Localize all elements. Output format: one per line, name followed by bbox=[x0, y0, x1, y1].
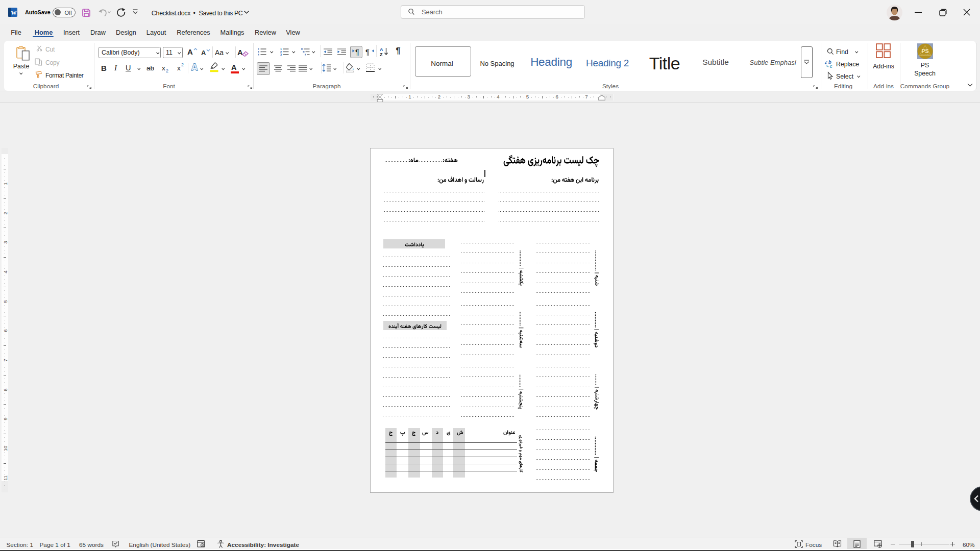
svg-text:Z: Z bbox=[380, 52, 383, 57]
svg-text:¶: ¶ bbox=[365, 48, 370, 56]
svg-text:W: W bbox=[11, 10, 17, 16]
svg-text:¶: ¶ bbox=[355, 48, 359, 56]
svg-text:A: A bbox=[191, 62, 198, 72]
svg-text:c: c bbox=[830, 63, 833, 69]
svg-text:3: 3 bbox=[280, 53, 282, 56]
svg-text:SOLUTIONS: SOLUTIONS bbox=[921, 54, 929, 56]
svg-text:PS: PS bbox=[921, 48, 928, 54]
svg-text:A: A bbox=[380, 47, 383, 52]
